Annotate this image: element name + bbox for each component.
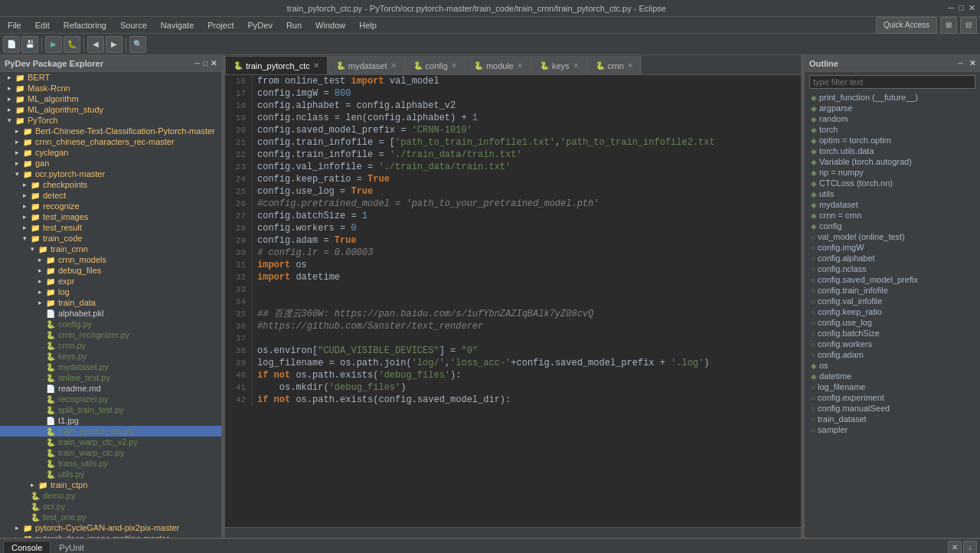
outline-item[interactable]: ○sampler	[805, 424, 980, 435]
menu-help[interactable]: Help	[354, 19, 381, 31]
code-line[interactable]: 22config.train_infofile = './train_data/…	[225, 149, 801, 161]
outline-item[interactable]: ◆argparse	[805, 103, 980, 113]
tree-item[interactable]: 🐍crnn_recognizer.py	[0, 329, 221, 340]
editor-horizontal-scrollbar[interactable]	[225, 527, 801, 538]
code-line[interactable]: 42if not os.path.exists(config.saved_mod…	[225, 394, 801, 406]
search-btn[interactable]: 🔍	[129, 36, 146, 53]
outline-item[interactable]: ○config.keep_ratio	[805, 306, 980, 317]
tree-item[interactable]: 📄alphabet.pkl	[0, 308, 221, 319]
tree-item[interactable]: ▾📁train_crnn	[0, 244, 221, 254]
quick-access-btn[interactable]: Quick Access	[876, 17, 937, 34]
editor-tab-mydataset[interactable]: 🐍mydataset ✕	[328, 56, 405, 74]
tree-item[interactable]: ▸📁cyclegan	[0, 147, 221, 158]
tree-item[interactable]: ▸📁checkpoints	[0, 179, 221, 190]
outline-item[interactable]: ○config.adam	[805, 349, 980, 360]
code-line[interactable]: 20config.saved_model_prefix = 'CRNN-1010…	[225, 124, 801, 136]
menu-refactoring[interactable]: Refactoring	[59, 19, 111, 31]
tab-close-btn[interactable]: ✕	[517, 61, 523, 70]
tree-item[interactable]: 🐍train_warp_ctc.py	[0, 447, 221, 458]
view-btn[interactable]: ⊟	[960, 17, 977, 34]
code-line[interactable]: 23config.val_infofile = './train_data/tr…	[225, 161, 801, 173]
outline-close-btn[interactable]: ✕	[969, 59, 975, 67]
console-scroll-btn[interactable]: ↓	[963, 541, 977, 554]
code-line[interactable]: 33	[225, 283, 801, 296]
menu-file[interactable]: File	[3, 19, 26, 31]
outline-item[interactable]: ◆np = numpy	[805, 167, 980, 178]
tree-item[interactable]: ▸📁detect	[0, 190, 221, 201]
outline-item[interactable]: ○config.nclass	[805, 263, 980, 274]
code-line[interactable]: 16from online_test import val_model	[225, 75, 801, 87]
menu-project[interactable]: Project	[203, 19, 238, 31]
outline-item[interactable]: ◆os	[805, 360, 980, 371]
maximize-btn[interactable]: □	[959, 3, 964, 13]
code-line[interactable]: 39log_filename = os.path.join('log/','lo…	[225, 357, 801, 369]
tab-close-btn[interactable]: ✕	[390, 61, 397, 70]
tree-item[interactable]: 🐍utils.py	[0, 469, 221, 479]
editor-tab-module[interactable]: 🐍module ✕	[466, 56, 531, 74]
code-line[interactable]: 29config.adam = True	[225, 234, 801, 247]
outline-item[interactable]: ○config.val_infofile	[805, 296, 980, 306]
code-line[interactable]: 31import os	[225, 259, 801, 271]
code-line[interactable]: 37	[225, 332, 801, 345]
tree-item[interactable]: ▸📁expr	[0, 276, 221, 286]
code-line[interactable]: 18config.alphabet = config.alphabet_v2	[225, 100, 801, 112]
tree-item[interactable]: ▸📁pytorch-CycleGAN-and-pix2pix-master	[0, 522, 221, 533]
tree-item[interactable]: ▾📁ocr.pytorch-master	[0, 169, 221, 179]
code-line[interactable]: 41 os.mkdir('debug_files')	[225, 381, 801, 394]
fwd-btn[interactable]: ▶	[106, 36, 122, 53]
tree-item[interactable]: ▸📁ML_algorithm_study	[0, 104, 221, 115]
back-btn[interactable]: ◀	[87, 36, 104, 53]
outline-minimize-btn[interactable]: ─	[958, 59, 963, 67]
console-clear-btn[interactable]: ✕	[948, 541, 962, 554]
code-line[interactable]: 32import datetime	[225, 271, 801, 283]
tree-item[interactable]: ▸📁train_data	[0, 297, 221, 308]
new-btn[interactable]: 📄	[3, 36, 20, 53]
menu-window[interactable]: Window	[311, 19, 350, 31]
tree-item[interactable]: 🐍test_one.py	[0, 512, 221, 522]
close-btn[interactable]: ✕	[969, 3, 975, 13]
menu-source[interactable]: Source	[116, 19, 152, 31]
tree-item[interactable]: ▸📁pytorch-deep-image-matting-master	[0, 533, 221, 538]
outline-item[interactable]: ○config.use_log	[805, 317, 980, 328]
pyunit-tab[interactable]: PyUnit	[51, 541, 92, 554]
outline-item[interactable]: ◆mydataset	[805, 199, 980, 210]
minimize-panel-btn[interactable]: ─	[194, 59, 200, 67]
code-line[interactable]: 40if not os.path.exists('debug_files'):	[225, 369, 801, 381]
tree-item[interactable]: 📄t1.jpg	[0, 415, 221, 426]
tab-close-btn[interactable]: ✕	[627, 61, 633, 70]
code-line[interactable]: 34	[225, 296, 801, 308]
tree-item[interactable]: 🐍train_warp_ctc_v2.py	[0, 437, 221, 447]
tree-item[interactable]: 🐍split_train_test.py	[0, 404, 221, 415]
minimize-btn[interactable]: ─	[949, 3, 955, 13]
code-line[interactable]: 36#https://github.com/Sanster/text_rende…	[225, 320, 801, 332]
tree-item[interactable]: 🐍online_test.py	[0, 372, 221, 383]
outline-item[interactable]: ○config.train_infofile	[805, 285, 980, 296]
tree-item[interactable]: ▸📁gan	[0, 158, 221, 169]
menu-run[interactable]: Run	[282, 19, 306, 31]
outline-item[interactable]: ◆torch.utils.data	[805, 146, 980, 156]
tree-item[interactable]: 🐍mydataset.py	[0, 362, 221, 372]
code-line[interactable]: 35## 百度云360W: https://pan.baidu.com/s/1u…	[225, 308, 801, 320]
outline-item[interactable]: ○log_filename	[805, 381, 980, 392]
tree-item[interactable]: ▸📁crnn_models	[0, 254, 221, 265]
code-line[interactable]: 21config.train_infofile = ['path_to_trai…	[225, 136, 801, 149]
tab-close-btn[interactable]: ✕	[313, 61, 319, 70]
tree-item[interactable]: 🐍train_pytorch_ctc.py	[0, 426, 221, 437]
outline-item[interactable]: ○config.alphabet	[805, 253, 980, 263]
code-line[interactable]: 26#config.pretrained_model = 'path_to_yo…	[225, 198, 801, 210]
outline-item[interactable]: ○train_dataset	[805, 414, 980, 424]
close-panel-btn[interactable]: ✕	[211, 59, 217, 67]
tab-close-btn[interactable]: ✕	[451, 61, 457, 70]
outline-item[interactable]: ○config.workers	[805, 339, 980, 349]
console-tab[interactable]: Console	[3, 541, 51, 554]
tree-item[interactable]: 🐍trans_utils.py	[0, 458, 221, 469]
save-btn[interactable]: 💾	[21, 36, 38, 53]
editor-area[interactable]: 16from online_test import val_model17con…	[225, 75, 801, 527]
tree-item[interactable]: ▸📁debug_files	[0, 265, 221, 276]
outline-filter-input[interactable]	[809, 75, 975, 89]
tree-item[interactable]: 🐍recognizer.py	[0, 394, 221, 404]
tree-item[interactable]: ▸📁test_result	[0, 222, 221, 233]
tree-item[interactable]: 🐍config.py	[0, 319, 221, 329]
outline-item[interactable]: ◆CTCLoss (torch.nn)	[805, 178, 980, 188]
outline-item[interactable]: ○config.experiment	[805, 392, 980, 403]
